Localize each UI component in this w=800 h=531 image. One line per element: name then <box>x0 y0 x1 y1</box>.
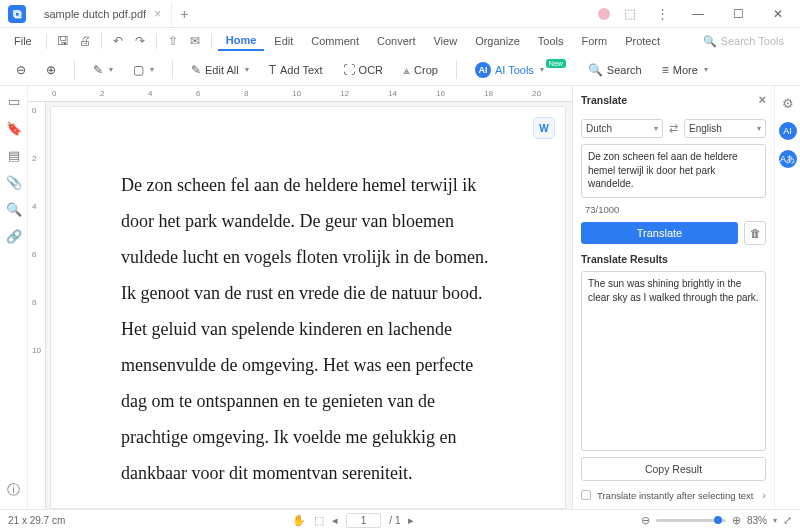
translate-sidebar-icon[interactable]: Aあ <box>779 150 797 168</box>
ai-sidebar-icon[interactable]: AI <box>779 122 797 140</box>
right-sidebar: ⚙ AI Aあ <box>774 86 800 509</box>
page-total: / 1 <box>389 515 400 526</box>
menu-home[interactable]: Home <box>218 31 265 51</box>
zoom-value: 83% <box>747 515 767 526</box>
result-textarea[interactable]: The sun was shining brightly in the clea… <box>581 271 766 451</box>
prev-page-icon[interactable]: ◂ <box>332 514 338 527</box>
titlebar: ⧉ sample dutch pdf.pdf × + ⬚ ⋮ — ☐ ✕ <box>0 0 800 28</box>
zoom-in-button[interactable]: ⊕ <box>40 60 62 80</box>
menu-protect[interactable]: Protect <box>617 32 668 50</box>
account-avatar-icon[interactable] <box>598 8 610 20</box>
tab-title: sample dutch pdf.pdf <box>44 8 146 20</box>
source-language-select[interactable]: Dutch▾ <box>581 119 663 138</box>
link-icon[interactable]: 🔗 <box>6 229 22 244</box>
search-panel-icon[interactable]: 🔍 <box>6 202 22 217</box>
next-page-icon[interactable]: ▸ <box>408 514 414 527</box>
menu-convert[interactable]: Convert <box>369 32 424 50</box>
fit-page-icon[interactable]: ⤢ <box>783 514 792 527</box>
layers-icon[interactable]: ▤ <box>8 148 20 163</box>
search-tools-field[interactable]: 🔍 Search Tools <box>703 35 794 48</box>
chevron-right-icon[interactable]: › <box>762 489 766 501</box>
menu-form[interactable]: Form <box>573 32 615 50</box>
attachments-icon[interactable]: 📎 <box>6 175 22 190</box>
menu-edit[interactable]: Edit <box>266 32 301 50</box>
vertical-ruler: 0 2 4 6 8 10 <box>28 102 46 509</box>
checkbox-icon[interactable] <box>581 490 591 500</box>
share-icon[interactable]: ⇧ <box>163 34 183 48</box>
document-text[interactable]: De zon scheen fel aan de heldere hemel t… <box>121 167 495 491</box>
app-logo-icon: ⧉ <box>8 5 26 23</box>
zoom-in-status-icon[interactable]: ⊕ <box>732 514 741 527</box>
delete-button[interactable]: 🗑 <box>744 221 766 245</box>
shape-tool[interactable]: ▢▾ <box>127 60 160 80</box>
minimize-button[interactable]: — <box>682 1 714 27</box>
zoom-dropdown-icon[interactable]: ▾ <box>773 516 777 525</box>
save-icon[interactable]: 🖫 <box>53 34 73 48</box>
statusbar: 21 x 29.7 cm ✋ ⬚ ◂ 1 / 1 ▸ ⊖ ⊕ 83% ▾ ⤢ <box>0 509 800 531</box>
search-button[interactable]: 🔍Search <box>582 60 648 80</box>
kebab-menu-icon[interactable]: ⋮ <box>650 6 674 21</box>
document-page[interactable]: W De zon scheen fel aan de heldere hemel… <box>50 106 566 509</box>
new-tab-button[interactable]: + <box>172 6 196 22</box>
search-icon: 🔍 <box>703 35 717 48</box>
results-heading: Translate Results <box>581 253 766 265</box>
email-icon[interactable]: ✉ <box>185 34 205 48</box>
source-textarea[interactable]: De zon scheen fel aan de heldere hemel t… <box>581 144 766 198</box>
swap-languages-icon[interactable]: ⇄ <box>669 122 678 135</box>
document-tab[interactable]: sample dutch pdf.pdf × <box>34 2 172 26</box>
gift-icon[interactable]: ⬚ <box>618 6 642 21</box>
menu-organize[interactable]: Organize <box>467 32 528 50</box>
translate-title: Translate <box>581 94 627 106</box>
menu-tools[interactable]: Tools <box>530 32 572 50</box>
target-language-select[interactable]: English▾ <box>684 119 766 138</box>
horizontal-ruler: 0 2 4 6 8 10 12 14 16 18 20 <box>28 86 572 102</box>
zoom-out-button[interactable]: ⊖ <box>10 60 32 80</box>
instant-translate-toggle[interactable]: Translate instantly after selecting text… <box>581 487 766 503</box>
menubar: File 🖫 🖨 ↶ ↷ ⇧ ✉ Home Edit Comment Conve… <box>0 28 800 54</box>
crop-button[interactable]: ⟁Crop <box>397 60 444 80</box>
ai-icon: AI <box>475 62 491 78</box>
main-area: ▭ 🔖 ▤ 📎 🔍 🔗 ⓘ 0 2 4 6 8 10 12 14 16 18 2… <box>0 86 800 509</box>
translate-button[interactable]: Translate <box>581 222 738 244</box>
edit-all-button[interactable]: ✎Edit All▾ <box>185 60 255 80</box>
left-sidebar: ▭ 🔖 ▤ 📎 🔍 🔗 ⓘ <box>0 86 28 509</box>
menu-file[interactable]: File <box>6 32 40 50</box>
zoom-slider[interactable] <box>656 519 726 522</box>
highlighter-tool[interactable]: ✎▾ <box>87 60 119 80</box>
undo-icon[interactable]: ↶ <box>108 34 128 48</box>
translate-panel: Translate × Dutch▾ ⇄ English▾ De zon sch… <box>572 86 774 509</box>
menu-view[interactable]: View <box>425 32 465 50</box>
ocr-button[interactable]: ⛶OCR <box>337 60 389 80</box>
bookmarks-icon[interactable]: 🔖 <box>6 121 22 136</box>
ai-tools-button[interactable]: AIAI Tools▾New <box>469 59 574 81</box>
word-export-icon[interactable]: W <box>533 117 555 139</box>
select-tool-icon[interactable]: ⬚ <box>314 514 324 527</box>
menu-comment[interactable]: Comment <box>303 32 367 50</box>
maximize-button[interactable]: ☐ <box>722 1 754 27</box>
redo-icon[interactable]: ↷ <box>130 34 150 48</box>
close-window-button[interactable]: ✕ <box>762 1 794 27</box>
copy-result-button[interactable]: Copy Result <box>581 457 766 481</box>
canvas-area: 0 2 4 6 8 10 12 14 16 18 20 0 2 4 6 8 10… <box>28 86 572 509</box>
new-badge: New <box>546 59 566 68</box>
toolbar: ⊖ ⊕ ✎▾ ▢▾ ✎Edit All▾ TAdd Text ⛶OCR ⟁Cro… <box>0 54 800 86</box>
page-dimensions: 21 x 29.7 cm <box>8 515 65 526</box>
char-count: 73/1000 <box>585 204 619 215</box>
print-icon[interactable]: 🖨 <box>75 34 95 48</box>
help-icon[interactable]: ⓘ <box>7 481 20 499</box>
add-text-button[interactable]: TAdd Text <box>263 60 329 80</box>
more-button[interactable]: ≡More▾ <box>656 60 714 80</box>
hand-tool-icon[interactable]: ✋ <box>292 514 306 527</box>
close-tab-icon[interactable]: × <box>154 7 161 21</box>
close-panel-icon[interactable]: × <box>758 92 766 107</box>
zoom-out-status-icon[interactable]: ⊖ <box>641 514 650 527</box>
thumbnails-icon[interactable]: ▭ <box>8 94 20 109</box>
page-input[interactable]: 1 <box>346 513 382 528</box>
settings-icon[interactable]: ⚙ <box>779 94 797 112</box>
